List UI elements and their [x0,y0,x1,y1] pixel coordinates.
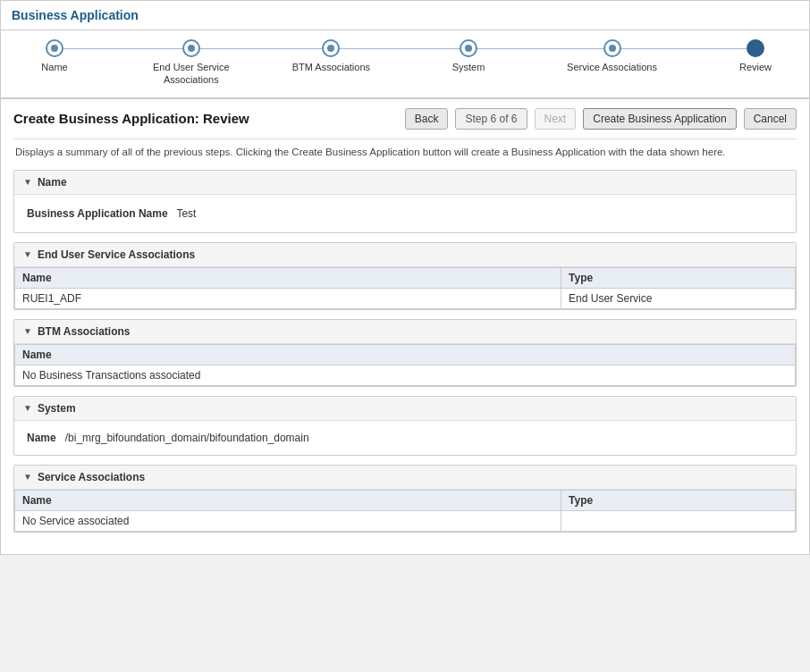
system-field-label: Name [27,432,56,444]
back-button[interactable]: Back [405,108,449,130]
step-label-review: Review [739,61,772,73]
name-section: ▼ Name Business Application Name Test [13,170,797,233]
steps-row: Name End User ServiceAssociations BTM As… [19,39,791,87]
table-row: RUEI1_ADF End User Service [15,288,796,308]
wizard-steps: Name End User ServiceAssociations BTM As… [1,30,809,99]
step-circle-btm [322,39,340,57]
create-header: Create Business Application: Review Back… [13,99,797,139]
create-button[interactable]: Create Business Application [583,108,736,130]
end-user-section-header: ▼ End User Service Associations [14,243,796,267]
btm-section-body: Name No Business Transactions associated [14,344,796,386]
service-section-body: Name Type No Service associated [14,490,796,532]
system-section: ▼ System Name /bi_mrg_bifoundation_domai… [13,396,797,456]
step-label-end-user: End User ServiceAssociations [153,61,230,87]
step-label-service: Service Associations [567,61,657,73]
btm-section-header: ▼ BTM Associations [14,320,796,344]
step-label-btm: BTM Associations [292,61,370,73]
end-user-section-body: Name Type RUEI1_ADF End User Service [14,267,796,309]
step-review: Review [720,39,791,73]
btm-empty-message: No Business Transactions associated [15,365,796,385]
collapse-icon-btm: ▼ [23,326,32,336]
step-circle-name [46,39,63,57]
btm-section: ▼ BTM Associations Name No Business Tran… [13,319,797,387]
service-col-type: Type [561,490,796,510]
name-section-header: ▼ Name [14,171,796,195]
step-info: Step 6 of 6 [455,108,527,130]
btm-col-name: Name [15,344,796,365]
btm-table: Name No Business Transactions associated [14,344,796,386]
service-table: Name Type No Service associated [14,490,796,532]
service-section: ▼ Service Associations Name Type No Serv… [13,465,797,533]
collapse-icon-name: ▼ [23,177,32,187]
end-user-section: ▼ End User Service Associations Name Typ… [13,242,797,310]
service-empty-message: No Service associated [15,510,561,531]
name-field-row: Business Application Name Test [23,202,787,225]
service-section-title: Service Associations [38,471,145,483]
service-section-header: ▼ Service Associations [14,466,796,490]
step-btm: BTM Associations [292,39,370,73]
description-text: Displays a summary of all of the previou… [13,139,797,164]
end-user-col-name: Name [15,267,561,288]
name-section-body: Business Application Name Test [14,195,796,232]
content-area: Create Business Application: Review Back… [1,99,809,554]
step-label-system: System [452,61,485,73]
step-name: Name [19,39,90,73]
system-section-title: System [38,402,76,415]
service-empty-type [561,510,796,531]
system-section-body: Name /bi_mrg_bifoundation_domain/bifound… [14,421,796,455]
step-circle-system [460,39,477,57]
create-header-title: Create Business Application: Review [13,111,398,126]
cancel-button[interactable]: Cancel [744,108,797,130]
system-field-spacer [59,432,62,444]
system-field-row: Name /bi_mrg_bifoundation_domain/bifound… [23,428,787,448]
table-row: No Business Transactions associated [15,365,796,385]
collapse-icon-system: ▼ [23,403,32,413]
name-field-spacer [171,207,173,220]
step-label-name: Name [41,61,67,73]
next-button: Next [535,108,577,130]
step-service: Service Associations [567,39,657,73]
end-user-col-type: Type [561,267,796,288]
system-field-value: /bi_mrg_bifoundation_domain/bifoundation… [65,432,309,444]
step-end-user: End User ServiceAssociations [153,39,230,87]
page-title: Business Application [12,8,139,22]
main-container: Business Application Name End User Servi… [0,0,810,555]
step-circle-review [747,39,764,57]
end-user-row-type: End User Service [561,288,796,308]
service-col-name: Name [15,490,561,510]
name-field-label: Business Application Name [27,207,168,220]
btm-section-title: BTM Associations [38,325,131,338]
step-circle-service [603,39,621,57]
collapse-icon-end-user: ▼ [23,249,32,259]
name-field-value: Test [176,207,196,220]
end-user-row-name: RUEI1_ADF [15,288,561,308]
end-user-table: Name Type RUEI1_ADF End User Service [14,267,796,309]
table-row: No Service associated [15,510,796,531]
collapse-icon-service: ▼ [23,472,32,482]
system-section-header: ▼ System [14,397,796,421]
name-section-title: Name [38,176,67,189]
step-circle-end-user [182,39,200,57]
step-system: System [433,39,504,73]
end-user-section-title: End User Service Associations [38,248,195,261]
page-header: Business Application [1,1,809,30]
